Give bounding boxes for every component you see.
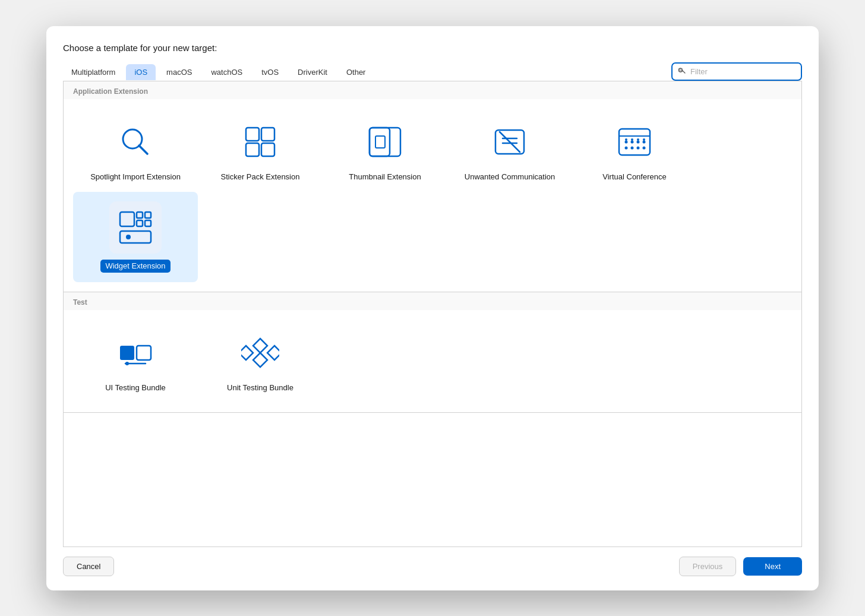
svg-marker-43	[267, 346, 279, 360]
dialog-title: Choose a template for your new target:	[63, 43, 802, 53]
svg-rect-7	[261, 143, 274, 156]
filter-container	[671, 62, 802, 81]
svg-rect-36	[120, 346, 134, 360]
svg-rect-32	[137, 220, 143, 226]
item-virtual-conference[interactable]: Virtual Conference	[572, 109, 697, 192]
sticker-pack-icon	[236, 118, 284, 166]
item-sticker-pack[interactable]: Sticker Pack Extension	[198, 109, 323, 192]
svg-point-21	[625, 146, 628, 149]
svg-point-18	[631, 140, 634, 143]
ui-testing-label: UI Testing Bundle	[105, 383, 166, 393]
tab-macos[interactable]: macOS	[158, 64, 200, 80]
section-header-test: Test	[64, 292, 801, 310]
spotlight-import-icon	[112, 118, 159, 166]
svg-rect-33	[145, 220, 151, 226]
svg-point-27	[637, 138, 639, 141]
tab-tvos[interactable]: tvOS	[253, 64, 287, 80]
svg-rect-31	[145, 212, 151, 218]
cancel-button[interactable]: Cancel	[63, 557, 114, 576]
item-spotlight-import[interactable]: Spotlight Import Extension	[73, 109, 198, 192]
svg-point-20	[643, 140, 646, 143]
virtual-conference-icon	[611, 118, 658, 166]
svg-rect-5	[261, 128, 274, 141]
svg-line-14	[500, 132, 520, 152]
virtual-conference-label: Virtual Conference	[602, 172, 666, 182]
svg-point-39	[125, 362, 129, 365]
item-ui-testing[interactable]: UI Testing Bundle	[73, 320, 198, 403]
svg-rect-4	[246, 128, 259, 141]
svg-rect-34	[120, 231, 151, 243]
svg-point-23	[637, 146, 640, 149]
tab-watchos[interactable]: watchOS	[203, 64, 251, 80]
svg-point-22	[631, 146, 634, 149]
section-application-extension: Application Extension Spotlight Import E…	[64, 81, 801, 292]
ui-testing-icon	[112, 329, 159, 377]
items-grid-application-extension: Spotlight Import Extension Sticker Pack …	[64, 99, 801, 292]
svg-rect-10	[375, 136, 385, 148]
svg-marker-41	[253, 353, 267, 367]
svg-point-35	[126, 235, 131, 239]
thumbnail-icon	[361, 118, 409, 166]
svg-point-17	[625, 140, 628, 143]
tab-multiplatform[interactable]: Multiplatform	[63, 64, 124, 80]
item-unit-testing[interactable]: Unit Testing Bundle	[198, 320, 323, 403]
svg-line-3	[139, 146, 147, 154]
svg-rect-30	[137, 212, 143, 218]
thumbnail-label: Thumbnail Extension	[349, 172, 421, 182]
tab-ios[interactable]: iOS	[126, 64, 156, 80]
unwanted-communication-label: Unwanted Communication	[465, 172, 555, 182]
unit-testing-icon	[236, 329, 284, 377]
svg-marker-42	[241, 346, 253, 360]
content-area: Application Extension Spotlight Import E…	[63, 81, 802, 547]
unit-testing-label: Unit Testing Bundle	[227, 383, 293, 393]
sticker-pack-label: Sticker Pack Extension	[221, 172, 300, 182]
filter-input[interactable]	[690, 67, 796, 76]
filter-icon	[677, 66, 687, 77]
widget-extension-icon	[109, 201, 162, 254]
svg-point-19	[637, 140, 640, 143]
dialog: Choose a template for your new target: M…	[46, 26, 819, 590]
section-header-application-extension: Application Extension	[64, 81, 801, 99]
item-unwanted-communication[interactable]: Unwanted Communication	[447, 109, 572, 192]
section-test: Test	[64, 292, 801, 413]
unwanted-communication-icon	[486, 118, 533, 166]
svg-line-1	[682, 70, 685, 73]
tab-other[interactable]: Other	[338, 64, 374, 80]
items-grid-test: UI Testing Bundle Unit Testing Bundle	[64, 310, 801, 412]
svg-point-28	[643, 138, 645, 141]
item-widget-extension[interactable]: Widget Extension	[73, 192, 198, 282]
item-thumbnail[interactable]: Thumbnail Extension	[323, 109, 447, 192]
svg-rect-37	[137, 346, 151, 360]
svg-rect-6	[246, 143, 259, 156]
svg-point-26	[631, 138, 633, 141]
spotlight-import-label: Spotlight Import Extension	[90, 172, 181, 182]
previous-button[interactable]: Previous	[679, 557, 737, 576]
footer: Cancel Previous Next	[63, 557, 802, 576]
svg-rect-9	[370, 128, 390, 156]
footer-right: Previous Next	[679, 557, 802, 576]
svg-rect-29	[120, 212, 134, 226]
svg-marker-40	[253, 339, 267, 353]
svg-point-25	[625, 138, 627, 141]
next-button[interactable]: Next	[743, 557, 802, 576]
tab-driverkit[interactable]: DriverKit	[289, 64, 336, 80]
widget-extension-label: Widget Extension	[100, 260, 170, 273]
tab-bar-tabs: Multiplatform iOS macOS watchOS tvOS Dri…	[63, 64, 671, 80]
svg-point-24	[643, 146, 646, 149]
tab-bar: Multiplatform iOS macOS watchOS tvOS Dri…	[63, 62, 802, 81]
